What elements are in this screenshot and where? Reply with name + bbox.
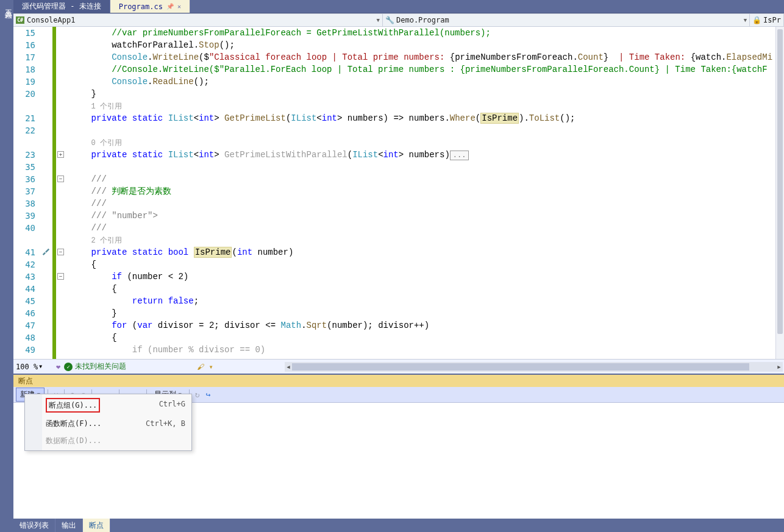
bottom-tool-tabs: 错误列表 输出 断点 — [13, 519, 784, 532]
scroll-thumb[interactable] — [777, 29, 783, 334]
menu-item-breakpoint-group[interactable]: 断点组(G)... Ctrl+G — [25, 395, 191, 415]
tab-output[interactable]: 输出 — [55, 519, 83, 532]
toolbox-sidebar-tab[interactable]: 工具箱 — [0, 0, 13, 532]
chevron-down-icon: ▼ — [377, 17, 380, 23]
go-to-source-icon[interactable]: ↪ — [204, 390, 213, 400]
csharp-icon: C# — [16, 16, 24, 24]
scroll-right-icon[interactable]: ▶ — [775, 362, 783, 372]
class-dropdown[interactable]: 🔧 Demo.Program ▼ — [383, 14, 750, 26]
class-name: Demo.Program — [396, 16, 449, 24]
fold-toggle-collapse[interactable]: − — [57, 249, 64, 255]
new-breakpoint-menu: 断点组(G)... Ctrl+G 函数断点(F)... Ctrl+K, B 数据… — [24, 394, 192, 451]
zoom-selector[interactable]: 100 %▼ — [16, 363, 52, 371]
member-name: IsPr — [763, 16, 781, 24]
zoom-value: 100 % — [16, 363, 38, 371]
menu-label: 断点组(G)... — [46, 398, 100, 413]
menu-item-function-breakpoint[interactable]: 函数断点(F)... Ctrl+K, B — [25, 415, 191, 432]
tab-breakpoints[interactable]: 断点 — [83, 519, 110, 532]
screwdriver-icon[interactable] — [41, 247, 50, 255]
paintbrush-icon[interactable]: 🖌 ▾ — [197, 363, 213, 371]
vertical-scrollbar[interactable] — [775, 27, 784, 359]
tab-source-control[interactable]: 源代码管理器 - 未连接 — [13, 0, 110, 13]
menu-label: 函数断点(F)... — [46, 417, 101, 430]
margin-strip — [39, 27, 52, 359]
class-icon: 🔧 — [385, 16, 394, 24]
scroll-thumb[interactable] — [292, 363, 749, 371]
navigation-bar: C# ConsoleApp1 ▼ 🔧 Demo.Program ▼ 🔒 IsPr — [13, 13, 784, 27]
fold-toggle-collapse[interactable]: − — [57, 176, 64, 182]
scroll-left-icon[interactable]: ◀ — [285, 362, 292, 372]
menu-item-data-breakpoint: 数据断点(D)... — [25, 432, 191, 449]
chevron-down-icon: ▼ — [39, 364, 42, 369]
menu-shortcut: Ctrl+G — [159, 398, 185, 413]
tab-error-list[interactable]: 错误列表 — [13, 519, 55, 532]
tab-label: 源代码管理器 - 未连接 — [22, 1, 101, 12]
tab-program-cs[interactable]: Program.cs 📌 ✕ — [110, 0, 190, 13]
chevron-down-icon: ▼ — [744, 17, 747, 23]
method-icon: 🔒 — [752, 16, 761, 24]
member-dropdown[interactable]: 🔒 IsPr — [750, 14, 784, 26]
no-issues-indicator[interactable]: ✓未找到相关问题 — [64, 361, 126, 372]
horizontal-scrollbar[interactable]: ◀ ▶ — [285, 362, 783, 372]
editor-status-bar: 100 %▼ ❤ ✓未找到相关问题 🖌 ▾ ◀ ▶ — [13, 359, 784, 374]
pin-icon[interactable]: 📌 — [166, 3, 174, 10]
main-area: 源代码管理器 - 未连接 Program.cs 📌 ✕ C# ConsoleAp… — [13, 0, 784, 532]
close-icon[interactable]: ✕ — [177, 3, 181, 10]
outlining-margin: + − − − — [56, 27, 68, 359]
menu-shortcut: Ctrl+K, B — [146, 417, 185, 430]
tab-label: Program.cs — [119, 2, 163, 11]
line-numbers: 1516171819202122233536373839404142434445… — [13, 27, 39, 359]
project-dropdown[interactable]: C# ConsoleApp1 ▼ — [13, 14, 383, 26]
project-name: ConsoleApp1 — [27, 16, 75, 24]
code-editor[interactable]: 1516171819202122233536373839404142434445… — [13, 27, 784, 359]
check-icon: ✓ — [64, 363, 73, 371]
health-icon[interactable]: ❤ — [56, 363, 60, 371]
code-content[interactable]: //var primeNumbersFromParallelForeach = … — [68, 27, 775, 359]
menu-label: 数据断点(D)... — [46, 434, 101, 447]
fold-toggle-collapse[interactable]: − — [57, 273, 64, 280]
refresh-icon: ↻ — [193, 390, 202, 400]
status-text: 未找到相关问题 — [75, 361, 126, 372]
panel-title-bar[interactable]: 断点 — [13, 375, 784, 387]
fold-toggle-expand[interactable]: + — [57, 151, 64, 158]
document-tabs: 源代码管理器 - 未连接 Program.cs 📌 ✕ — [13, 0, 784, 13]
